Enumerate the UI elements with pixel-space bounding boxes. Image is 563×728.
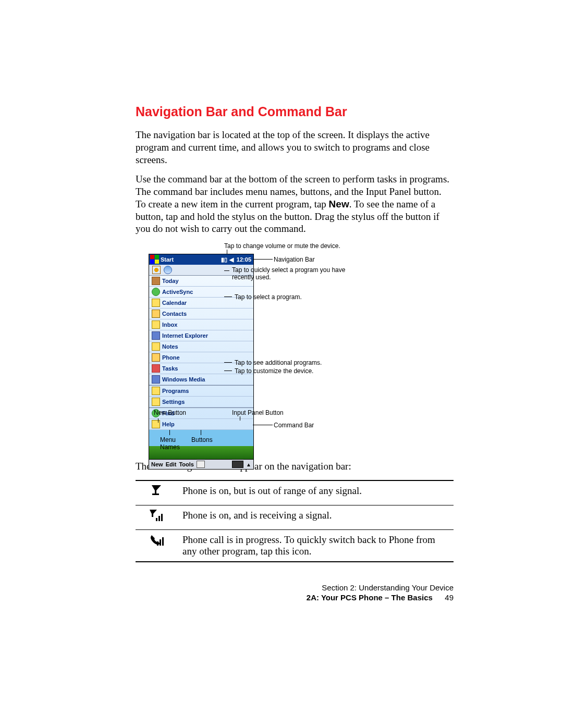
svg-rect-0 [156, 518, 157, 521]
menu-help: Help [149, 419, 253, 430]
leader-inputbtn-v [240, 416, 240, 421]
icon-row-1: Phone is on, but is out of range of any … [136, 480, 454, 505]
leader-cmdbar [253, 425, 273, 425]
section-heading: Navigation Bar and Command Bar [136, 104, 454, 119]
recent-home-icon [152, 266, 161, 274]
caption-navbar: Navigation Bar [274, 256, 315, 263]
tasks-icon [152, 364, 160, 373]
phone-icon [152, 353, 160, 362]
menu-ie: Internet Explorer [149, 330, 253, 341]
menu-wmedia: Windows Media [149, 374, 253, 385]
inbox-icon [152, 320, 160, 329]
menu-programs: Programs [149, 385, 253, 397]
menu-settings: Settings [149, 397, 253, 408]
leader-recent [224, 270, 229, 271]
contacts-icon [152, 310, 160, 318]
para2-new-bold: New [329, 199, 349, 209]
icon-row-2: Phone is on, and is receiving a signal. [136, 505, 454, 529]
caption-volume: Tap to change volume or mute the device. [224, 242, 340, 250]
page-number: 49 [435, 593, 454, 602]
today-icon [152, 277, 160, 285]
caption-menuitem: Tap to select a program. [235, 293, 302, 301]
caption-recent: Tap to quickly select a program you have… [232, 266, 362, 281]
clock: 12:05 [235, 256, 253, 263]
caption-menunames: Menu Names [160, 436, 186, 451]
icon-no-signal [136, 480, 177, 505]
recent-ie-icon [164, 266, 172, 274]
ie-icon [152, 331, 160, 340]
start-label: Start [161, 256, 220, 263]
input-panel-icon [232, 461, 243, 468]
programs-icon [152, 387, 160, 395]
caption-buttons: Buttons [191, 436, 213, 443]
svg-rect-1 [158, 516, 160, 521]
footer-subsection: 2A: Your PCS Phone – The Basics [307, 593, 433, 602]
menu-inbox: Inbox [149, 319, 253, 330]
icon-desc-3: Phone call is in progress. To quickly sw… [177, 529, 454, 562]
pda-navbar: Start ▮▯ ◀ 12:05 [149, 254, 253, 265]
svg-rect-5 [162, 537, 164, 546]
caption-cmdbar: Command Bar [274, 422, 314, 429]
cmd-new: New [151, 461, 163, 467]
paragraph-2: Use the command bar at the bottom of the… [136, 173, 454, 235]
leader-menunames-v [169, 430, 170, 435]
icon-call-progress [136, 529, 177, 562]
svg-rect-3 [157, 541, 158, 546]
leader-menuitem [224, 297, 232, 297]
svg-rect-2 [161, 514, 163, 521]
caption-settings: Tap to customize the device. [235, 367, 313, 375]
calendar-icon [152, 299, 160, 307]
command-bar: New Edit Tools ▲ [149, 459, 253, 469]
paragraph-1: The navigation bar is located at the top… [136, 129, 454, 166]
navbar-icons-table: Phone is on, but is out of range of any … [136, 480, 454, 562]
leader-buttons-v [201, 430, 201, 435]
leader-programs [224, 362, 232, 363]
wmedia-icon [152, 375, 160, 384]
input-panel-caret-icon: ▲ [246, 462, 251, 467]
icon-signal [136, 505, 177, 529]
caption-inputbtn: Input Panel Button [232, 409, 284, 416]
leader-navbar [253, 259, 273, 260]
leader-newbtn-v [158, 418, 158, 423]
footer-section: Section 2: Understanding Your Device [136, 583, 454, 592]
icon-desc-2: Phone is on, and is receiving a signal. [177, 505, 454, 529]
device-figure: Tap to change volume or mute the device.… [149, 242, 440, 451]
page-footer: Section 2: Understanding Your Device 2A:… [136, 583, 454, 602]
volume-icon: ◀ [228, 256, 235, 263]
caption-programs: Tap to see additional programs. [235, 359, 322, 366]
caption-newbtn: New Button [154, 409, 186, 416]
svg-rect-4 [160, 539, 161, 546]
help-icon [152, 420, 160, 428]
icon-row-3: Phone call is in progress. To quickly sw… [136, 529, 454, 562]
leader-settings [224, 371, 232, 371]
activesync-icon [152, 288, 160, 296]
signal-icon: ▮▯ [220, 256, 228, 263]
notes-icon [152, 342, 160, 351]
menu-contacts: Contacts [149, 309, 253, 319]
cmd-tools: Tools [179, 461, 194, 467]
cmd-button-icon [197, 461, 205, 468]
cmd-edit: Edit [166, 461, 177, 467]
icon-desc-1: Phone is on, but is out of range of any … [177, 480, 454, 505]
settings-icon [152, 398, 160, 406]
windows-flag-icon [150, 255, 160, 264]
menu-notes: Notes [149, 341, 253, 352]
